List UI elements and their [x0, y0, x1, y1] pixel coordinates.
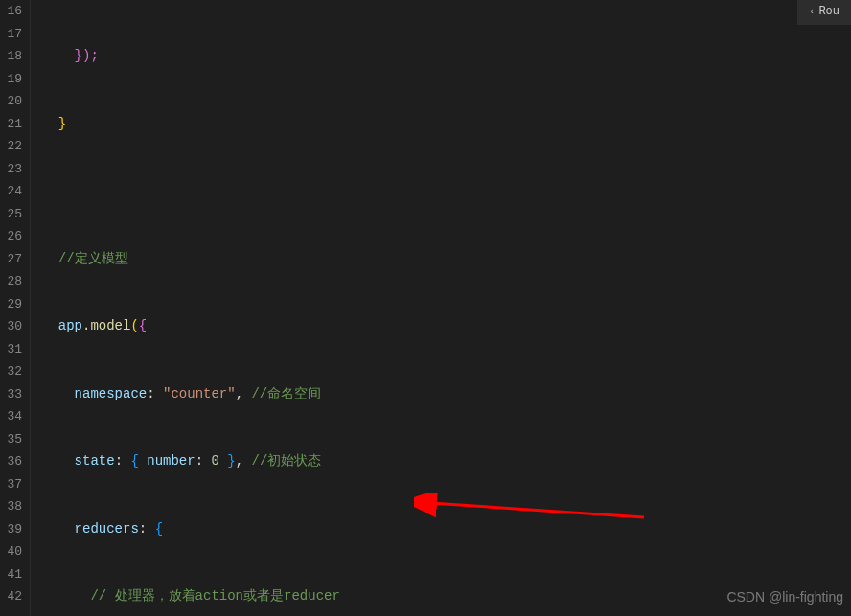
line-number: 32 [0, 360, 22, 383]
line-number: 22 [0, 135, 22, 158]
line-number: 21 [0, 113, 22, 136]
code-line: state: { number: 0 }, //初始状态 [42, 450, 851, 473]
line-number: 27 [0, 248, 22, 271]
line-number: 18 [0, 45, 22, 68]
code-line: } [42, 113, 851, 136]
tab-rou[interactable]: ‹ Rou [797, 0, 851, 25]
line-number: 26 [0, 225, 22, 248]
code-line: //定义模型 [42, 248, 851, 271]
line-number: 41 [0, 563, 22, 586]
line-number: 28 [0, 270, 22, 293]
line-number: 20 [0, 90, 22, 113]
tab-bar: ‹ Rou [797, 0, 851, 25]
svg-line-1 [431, 503, 644, 517]
code-line: app.model({ [42, 315, 851, 338]
code-area[interactable]: }); } //定义模型 app.model({ namespace: "cou… [31, 0, 851, 616]
line-number: 36 [0, 450, 22, 473]
line-number: 19 [0, 68, 22, 91]
line-number: 38 [0, 495, 22, 518]
line-number: 17 [0, 23, 22, 46]
code-line: reducers: { [42, 518, 851, 541]
code-line: namespace: "counter", //命名空间 [42, 383, 851, 406]
line-number: 40 [0, 540, 22, 563]
code-line [42, 180, 851, 203]
line-number: 37 [0, 473, 22, 496]
line-number: 39 [0, 518, 22, 541]
line-number-gutter: 16 17 18 19 20 21 22 23 24 25 26 27 28 2… [0, 0, 31, 616]
tab-label: Rou [818, 1, 840, 24]
code-line: }); [42, 45, 851, 68]
line-number: 30 [0, 315, 22, 338]
line-number: 42 [0, 585, 22, 608]
chevron-left-icon: ‹ [809, 1, 816, 24]
line-number: 34 [0, 405, 22, 428]
line-number: 31 [0, 338, 22, 361]
line-number: 25 [0, 203, 22, 226]
line-number: 24 [0, 180, 22, 203]
line-number: 29 [0, 293, 22, 316]
watermark: CSDN @lin-fighting [726, 586, 843, 609]
line-number: 16 [0, 0, 22, 23]
line-number: 23 [0, 158, 22, 181]
code-editor[interactable]: 16 17 18 19 20 21 22 23 24 25 26 27 28 2… [0, 0, 851, 616]
line-number: 33 [0, 383, 22, 406]
line-number: 35 [0, 428, 22, 451]
